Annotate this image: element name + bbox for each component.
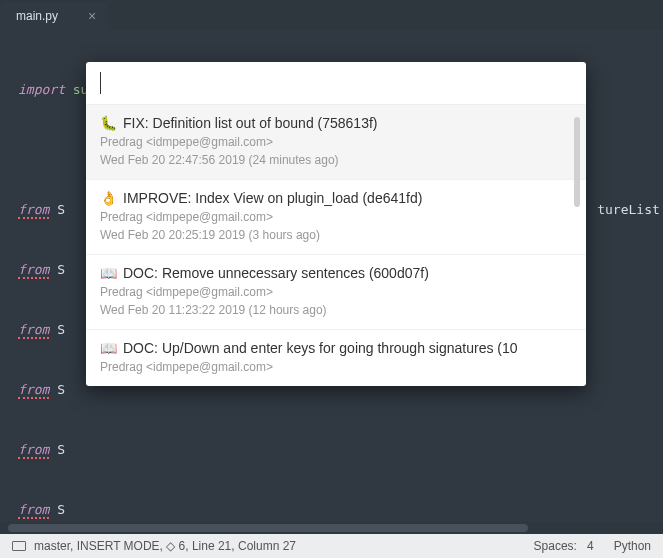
status-syntax[interactable]: Python [614,539,651,553]
palette-item-author: Predrag <idmpepe@gmail.com> [100,285,572,299]
tab-bar: main.py × [0,0,663,30]
status-bar: master, INSERT MODE, ◇ 6, Line 21, Colum… [0,534,663,558]
palette-item-author: Predrag <idmpepe@gmail.com> [100,135,572,149]
palette-list[interactable]: 🐛FIX: Definition list out of bound (7586… [86,105,586,386]
status-text: master, INSERT MODE, ◇ 6, Line 21, Colum… [34,539,296,553]
status-spaces[interactable]: Spaces: 4 [534,539,594,553]
command-palette: 🐛FIX: Definition list out of bound (7586… [86,62,586,386]
bug-icon: 🐛 [100,115,117,131]
kw-from: from [18,442,49,459]
code-char: S [57,502,65,517]
palette-item-date: Wed Feb 20 20:25:19 2019 (3 hours ago) [100,228,572,242]
palette-item-title: 👌IMPROVE: Index View on plugin_load (de6… [100,190,572,206]
kw-from: from [18,502,49,519]
palette-item[interactable]: 🐛FIX: Definition list out of bound (7586… [86,105,586,180]
code-char: S [57,442,65,457]
kw-from: from [18,382,49,399]
palette-input-wrap [86,62,586,105]
palette-item-author: Predrag <idmpepe@gmail.com> [100,210,572,224]
horizontal-scrollbar-thumb[interactable] [8,524,528,532]
code-char: S [57,202,65,217]
code-char: S [57,322,65,337]
kw-from: from [18,202,49,219]
palette-input[interactable] [100,72,572,94]
ok-hand-icon: 👌 [100,190,117,206]
palette-item-title: 🐛FIX: Definition list out of bound (7586… [100,115,572,131]
close-icon[interactable]: × [88,8,96,24]
tab-filename: main.py [16,9,58,23]
palette-item[interactable]: 📖DOC: Remove unnecessary sentences (600d… [86,255,586,330]
palette-item[interactable]: 👌IMPROVE: Index View on plugin_load (de6… [86,180,586,255]
palette-item-author: Predrag <idmpepe@gmail.com> [100,360,572,374]
palette-item-title: 📖DOC: Up/Down and enter keys for going t… [100,340,572,356]
kw-from: from [18,322,49,339]
code-char: S [57,262,65,277]
panel-icon[interactable] [12,541,26,551]
palette-item-date: Wed Feb 20 11:23:22 2019 (12 hours ago) [100,303,572,317]
horizontal-scrollbar-track[interactable] [0,522,663,534]
kw-import: import [18,82,65,97]
code-char: S [57,382,65,397]
book-icon: 📖 [100,265,117,281]
file-tab[interactable]: main.py × [0,2,108,30]
book-icon: 📖 [100,340,117,356]
palette-item-date: Wed Feb 20 22:47:56 2019 (24 minutes ago… [100,153,572,167]
palette-item[interactable]: 📖DOC: Up/Down and enter keys for going t… [86,330,586,386]
tail-eventlist: tureList [597,202,660,217]
kw-from: from [18,262,49,279]
palette-item-title: 📖DOC: Remove unnecessary sentences (600d… [100,265,572,281]
palette-scrollbar[interactable] [574,117,580,207]
